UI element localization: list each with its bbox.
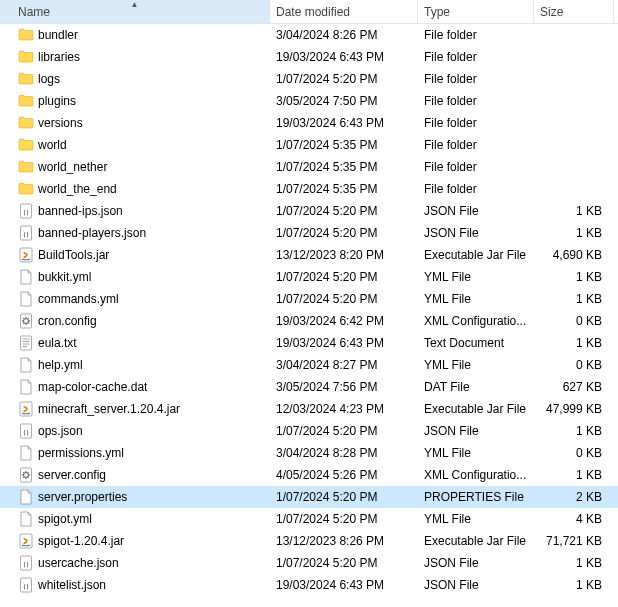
file-name-label: whitelist.json: [38, 578, 106, 592]
file-name-cell: {}usercache.json: [0, 555, 270, 571]
file-row[interactable]: map-color-cache.dat3/05/2024 7:56 PMDAT …: [0, 376, 618, 398]
file-row[interactable]: server.config4/05/2024 5:26 PMXML Config…: [0, 464, 618, 486]
file-row[interactable]: {}ops.json1/07/2024 5:20 PMJSON File1 KB: [0, 420, 618, 442]
file-row[interactable]: bundler3/04/2024 8:26 PMFile folder: [0, 24, 618, 46]
file-row[interactable]: {}usercache.json1/07/2024 5:20 PMJSON Fi…: [0, 552, 618, 574]
file-date-cell: 3/05/2024 7:56 PM: [270, 380, 418, 394]
file-name-label: minecraft_server.1.20.4.jar: [38, 402, 180, 416]
file-icon: [18, 291, 34, 307]
file-type-cell: File folder: [418, 72, 534, 86]
file-name-cell: help.yml: [0, 357, 270, 373]
column-header-name-label: Name: [18, 5, 50, 19]
file-row[interactable]: logs1/07/2024 5:20 PMFile folder: [0, 68, 618, 90]
file-row[interactable]: bukkit.yml1/07/2024 5:20 PMYML File1 KB: [0, 266, 618, 288]
file-row[interactable]: plugins3/05/2024 7:50 PMFile folder: [0, 90, 618, 112]
json-icon: {}: [18, 225, 34, 241]
column-header-row: Name ▲ Date modified Type Size: [0, 0, 618, 24]
file-name-label: eula.txt: [38, 336, 77, 350]
file-name-label: libraries: [38, 50, 80, 64]
file-name-cell: bundler: [0, 27, 270, 43]
file-row[interactable]: libraries19/03/2024 6:43 PMFile folder: [0, 46, 618, 68]
file-date-cell: 1/07/2024 5:20 PM: [270, 270, 418, 284]
file-name-cell: map-color-cache.dat: [0, 379, 270, 395]
file-row[interactable]: eula.txt19/03/2024 6:43 PMText Document1…: [0, 332, 618, 354]
file-date-cell: 1/07/2024 5:20 PM: [270, 490, 418, 504]
file-type-cell: DAT File: [418, 380, 534, 394]
file-row[interactable]: help.yml3/04/2024 8:27 PMYML File0 KB: [0, 354, 618, 376]
file-row[interactable]: {}whitelist.json19/03/2024 6:43 PMJSON F…: [0, 574, 618, 596]
file-row[interactable]: server.properties1/07/2024 5:20 PMPROPER…: [0, 486, 618, 508]
file-row[interactable]: spigot.yml1/07/2024 5:20 PMYML File4 KB: [0, 508, 618, 530]
file-name-label: usercache.json: [38, 556, 119, 570]
file-name-label: cron.config: [38, 314, 97, 328]
file-name-label: help.yml: [38, 358, 83, 372]
file-date-cell: 13/12/2023 8:26 PM: [270, 534, 418, 548]
file-name-label: plugins: [38, 94, 76, 108]
file-date-cell: 3/05/2024 7:50 PM: [270, 94, 418, 108]
file-type-cell: YML File: [418, 358, 534, 372]
file-type-cell: YML File: [418, 446, 534, 460]
file-size-cell: 1 KB: [534, 270, 614, 284]
config-icon: [18, 313, 34, 329]
file-name-cell: eula.txt: [0, 335, 270, 351]
file-size-cell: 1 KB: [534, 578, 614, 592]
file-size-cell: 2 KB: [534, 490, 614, 504]
file-row[interactable]: world1/07/2024 5:35 PMFile folder: [0, 134, 618, 156]
file-name-label: permissions.yml: [38, 446, 124, 460]
column-header-type[interactable]: Type: [418, 0, 534, 23]
file-row[interactable]: commands.yml1/07/2024 5:20 PMYML File1 K…: [0, 288, 618, 310]
file-name-label: banned-players.json: [38, 226, 146, 240]
file-date-cell: 19/03/2024 6:43 PM: [270, 50, 418, 64]
column-header-size[interactable]: Size: [534, 0, 614, 23]
file-size-cell: 1 KB: [534, 204, 614, 218]
svg-rect-7: [21, 336, 32, 350]
file-type-cell: File folder: [418, 116, 534, 130]
jar-icon: [18, 247, 34, 263]
file-date-cell: 4/05/2024 5:26 PM: [270, 468, 418, 482]
column-header-date-label: Date modified: [276, 5, 350, 19]
file-row[interactable]: BuildTools.jar13/12/2023 8:20 PMExecutab…: [0, 244, 618, 266]
file-row[interactable]: minecraft_server.1.20.4.jar12/03/2024 4:…: [0, 398, 618, 420]
file-row[interactable]: world_nether1/07/2024 5:35 PMFile folder: [0, 156, 618, 178]
file-date-cell: 1/07/2024 5:20 PM: [270, 204, 418, 218]
file-name-label: versions: [38, 116, 83, 130]
file-name-cell: {}ops.json: [0, 423, 270, 439]
folder-icon: [18, 93, 34, 109]
file-row[interactable]: {}banned-ips.json1/07/2024 5:20 PMJSON F…: [0, 200, 618, 222]
svg-text:{}: {}: [23, 582, 30, 590]
file-name-cell: BuildTools.jar: [0, 247, 270, 263]
file-size-cell: 4 KB: [534, 512, 614, 526]
file-row[interactable]: world_the_end1/07/2024 5:35 PMFile folde…: [0, 178, 618, 200]
folder-icon: [18, 115, 34, 131]
file-date-cell: 1/07/2024 5:35 PM: [270, 160, 418, 174]
file-name-cell: permissions.yml: [0, 445, 270, 461]
text-icon: [18, 335, 34, 351]
file-name-label: server.properties: [38, 490, 127, 504]
file-date-cell: 3/04/2024 8:26 PM: [270, 28, 418, 42]
svg-text:{}: {}: [23, 560, 30, 568]
file-name-cell: {}whitelist.json: [0, 577, 270, 593]
file-row[interactable]: spigot-1.20.4.jar13/12/2023 8:26 PMExecu…: [0, 530, 618, 552]
file-type-cell: XML Configuratio...: [418, 468, 534, 482]
column-header-type-label: Type: [424, 5, 450, 19]
jar-icon: [18, 401, 34, 417]
column-header-name[interactable]: Name ▲: [0, 0, 270, 23]
file-row[interactable]: {}banned-players.json1/07/2024 5:20 PMJS…: [0, 222, 618, 244]
file-type-cell: JSON File: [418, 556, 534, 570]
file-name-cell: commands.yml: [0, 291, 270, 307]
file-type-cell: YML File: [418, 292, 534, 306]
file-size-cell: 627 KB: [534, 380, 614, 394]
file-row[interactable]: permissions.yml3/04/2024 8:28 PMYML File…: [0, 442, 618, 464]
file-list: bundler3/04/2024 8:26 PMFile folderlibra…: [0, 24, 618, 596]
file-type-cell: File folder: [418, 28, 534, 42]
column-header-date[interactable]: Date modified: [270, 0, 418, 23]
file-type-cell: XML Configuratio...: [418, 314, 534, 328]
file-date-cell: 12/03/2024 4:23 PM: [270, 402, 418, 416]
file-name-label: spigot.yml: [38, 512, 92, 526]
file-type-cell: File folder: [418, 50, 534, 64]
file-size-cell: 0 KB: [534, 358, 614, 372]
file-name-cell: {}banned-players.json: [0, 225, 270, 241]
file-row[interactable]: cron.config19/03/2024 6:42 PMXML Configu…: [0, 310, 618, 332]
file-icon: [18, 379, 34, 395]
file-row[interactable]: versions19/03/2024 6:43 PMFile folder: [0, 112, 618, 134]
